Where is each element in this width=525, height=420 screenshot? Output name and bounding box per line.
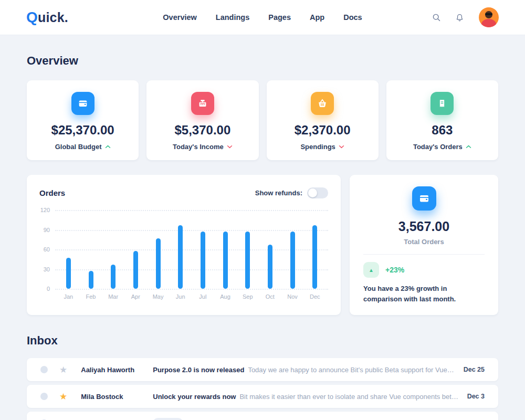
divider <box>363 254 485 255</box>
nav-item-landings[interactable]: Landings <box>216 13 249 22</box>
stat-card-todays-orders: 863 Today's Orders <box>386 80 498 160</box>
unread-dot[interactable] <box>40 393 48 400</box>
total-orders-label: Total Orders <box>363 238 485 246</box>
gridline <box>55 289 328 290</box>
bar-column <box>169 210 192 289</box>
bar-jun <box>178 225 183 289</box>
bar-mar <box>111 265 116 289</box>
stat-value: 863 <box>386 123 498 138</box>
chart-title: Orders <box>39 188 65 197</box>
search-icon[interactable] <box>428 9 444 25</box>
x-axis-label: Mar <box>102 293 124 300</box>
bar-nov <box>290 232 295 289</box>
growth-up-arrow-icon: ▲ <box>363 262 379 278</box>
stat-cards: $25,370.00 Global Budget $5,370.00 Today… <box>27 80 498 160</box>
logo-q: Q <box>26 9 38 25</box>
nav-item-overview[interactable]: Overview <box>163 13 197 22</box>
stat-label-dropdown[interactable]: Today's Income <box>146 143 258 151</box>
nav-actions <box>428 7 499 27</box>
growth-row: ▲ +23% <box>363 262 485 278</box>
stat-card-spendings: $2,370.00 Spendings <box>267 80 379 160</box>
bar-column <box>281 210 304 289</box>
receipt-icon <box>430 92 454 115</box>
wallet-icon <box>412 186 436 211</box>
star-icon[interactable]: ★ <box>59 392 67 401</box>
bar-sep <box>245 232 250 289</box>
growth-description: You have a 23% growth in comparison with… <box>363 284 485 304</box>
x-axis-label: Jan <box>57 293 80 300</box>
unread-dot[interactable] <box>40 366 48 373</box>
avatar-sunglasses <box>485 13 492 15</box>
growth-percent: +23% <box>385 266 404 274</box>
bar-apr <box>133 251 138 289</box>
y-axis-label: 0 <box>47 286 50 292</box>
y-axis-label: 60 <box>44 246 50 253</box>
x-axis-label: May <box>147 293 170 300</box>
show-refunds-label: Show refunds: <box>255 189 302 197</box>
bar-column <box>236 210 259 289</box>
plot-area <box>55 210 328 289</box>
stat-label-text: Spendings <box>300 143 335 151</box>
middle-row: Orders Show refunds: 1209060300 JanFebMa… <box>27 175 498 315</box>
stat-value: $5,370.00 <box>146 123 258 138</box>
x-axis-label: Jul <box>192 293 214 300</box>
bar-chart: 1209060300 <box>39 210 328 289</box>
bar-column <box>259 210 281 289</box>
nav-item-app[interactable]: App <box>310 13 324 22</box>
user-avatar[interactable] <box>479 7 499 27</box>
sender-name: Mila Bostock <box>81 393 153 401</box>
bar-aug <box>223 232 228 289</box>
bar-jan <box>66 258 71 289</box>
inbox-title: Inbox <box>27 334 498 348</box>
x-axis: JanFebMarAprMayJunJulAugSepOctNovDec <box>55 293 328 300</box>
message-date: Dec 3 <box>467 393 485 400</box>
x-axis-label: Nov <box>281 293 304 300</box>
x-axis-label: Feb <box>80 293 102 300</box>
message-subject: Unlock your rewards now <box>153 393 236 401</box>
bar-feb <box>89 271 93 289</box>
stat-label-dropdown[interactable]: Spendings <box>267 143 379 151</box>
bar-column <box>214 210 237 289</box>
bar-column <box>80 210 102 289</box>
inbox-row[interactable]: ★ Mila Bostock Unlock your rewards now B… <box>27 385 498 408</box>
nav-item-docs[interactable]: Docs <box>343 13 362 22</box>
bar-oct <box>268 245 272 289</box>
y-axis-label: 90 <box>44 227 50 233</box>
message-date: Dec 25 <box>464 366 485 373</box>
logo[interactable]: Quick. <box>26 9 68 26</box>
x-axis-label: Apr <box>124 293 147 300</box>
wallet-icon <box>71 92 94 115</box>
show-refunds-toggle[interactable] <box>307 187 328 198</box>
bars <box>55 210 328 289</box>
stat-label-text: Global Budget <box>55 143 102 151</box>
trend-up-icon <box>466 145 471 149</box>
x-axis-label: Jun <box>169 293 192 300</box>
inbox-row[interactable]: ★ Caroline Gunn Orders You got a new ord… <box>27 412 498 420</box>
sender-name: Aaliyah Haworth <box>81 366 153 374</box>
notifications-bell-icon[interactable] <box>452 9 467 25</box>
inbox-list: ★ Aaliyah Haworth Purpose 2.0 is now rel… <box>27 358 498 420</box>
x-axis-label: Oct <box>259 293 281 300</box>
cash-register-icon <box>191 92 214 115</box>
stat-value: $2,370.00 <box>267 123 379 138</box>
bar-may <box>156 238 161 289</box>
trend-down-icon <box>339 145 344 149</box>
nav-item-pages[interactable]: Pages <box>268 13 291 22</box>
show-refunds-control: Show refunds: <box>255 187 328 198</box>
bar-jul <box>201 232 205 289</box>
stat-value: $25,370.00 <box>27 123 139 138</box>
x-axis-label: Aug <box>214 293 237 300</box>
logo-text: uick. <box>38 10 68 25</box>
message-preview: Bit makes it easier than ever to isolate… <box>239 393 458 401</box>
main-nav: Overview Landings Pages App Docs <box>163 13 362 22</box>
y-axis-label: 30 <box>44 266 50 272</box>
inbox-row[interactable]: ★ Aaliyah Haworth Purpose 2.0 is now rel… <box>27 358 498 381</box>
star-icon[interactable]: ★ <box>59 365 67 374</box>
stat-label-dropdown[interactable]: Today's Orders <box>386 143 498 151</box>
stat-label-text: Today's Orders <box>413 143 463 151</box>
stat-label-dropdown[interactable]: Global Budget <box>27 143 139 151</box>
navbar: Quick. Overview Landings Pages App Docs <box>0 0 525 35</box>
bar-column <box>147 210 170 289</box>
orders-badge: Orders <box>153 418 183 420</box>
orders-chart-card: Orders Show refunds: 1209060300 JanFebMa… <box>27 175 341 315</box>
